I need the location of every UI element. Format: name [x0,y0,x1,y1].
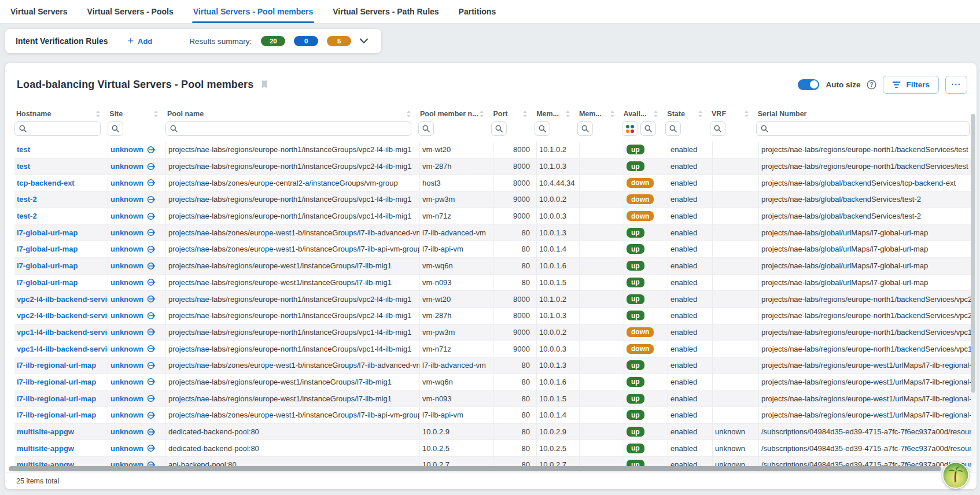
site-link[interactable]: unknown [110,179,156,187]
hostname-link[interactable]: l7-global-url-map [17,278,78,287]
column-header-hostname[interactable]: Hostname [14,106,108,121]
filter-search-button[interactable] [108,121,123,136]
horizontal-scrollbar[interactable] [9,466,970,471]
bookmark-icon[interactable] [260,80,269,90]
sort-icon[interactable] [406,110,411,118]
add-rule-button[interactable]: + Add [127,36,152,46]
horizontal-scrollbar-thumb[interactable] [9,466,941,471]
filter-search-button[interactable] [418,121,434,136]
filter-search-button[interactable] [710,121,725,136]
column-header-port[interactable]: Port [491,106,535,121]
hostname-link[interactable]: test [17,145,30,154]
site-link[interactable]: unknown [110,212,156,220]
help-icon[interactable]: ? [867,80,876,90]
hostname-link[interactable]: vpc2-l4-ilb-backend-service [17,311,108,320]
hostname-link[interactable]: tcp-backend-ext [17,179,75,187]
site-link[interactable]: unknown [110,261,156,270]
hostname-link[interactable]: test-2 [17,212,37,220]
hostname-link[interactable]: l7-global-url-map [17,261,78,270]
serial-filter-input[interactable] [768,125,969,133]
column-header-mem1[interactable]: Mem... [535,106,577,121]
site-link[interactable]: unknown [110,444,156,453]
filter-search-button[interactable] [665,121,681,136]
site-link[interactable]: unknown [110,311,156,320]
auto-size-toggle[interactable] [798,79,819,90]
cell-state: enabled [668,258,713,274]
site-link[interactable]: unknown [110,394,156,403]
site-link[interactable]: unknown [110,278,156,287]
availability-badge: up [627,161,644,171]
chevron-down-icon[interactable] [359,38,371,44]
cell-avail: up [624,374,668,390]
vertical-scrollbar[interactable] [971,114,975,464]
site-link[interactable]: unknown [110,295,156,304]
tab-virtual-servers-pool-members[interactable]: Virtual Servers - Pool members [193,0,314,23]
tab-virtual-servers-pools[interactable]: Virtual Servers - Pools [87,0,174,23]
hostname-link[interactable]: l7-ilb-regional-url-map [17,378,96,386]
hostname-link[interactable]: multisite-appgw [17,427,74,436]
hostname-link[interactable]: l7-ilb-regional-url-map [17,361,96,370]
site-link[interactable]: unknown [110,345,156,353]
tab-virtual-servers[interactable]: Virtual Servers [10,0,68,23]
sort-icon[interactable] [95,110,101,118]
hostname-link[interactable]: vpc2-l4-ilb-backend-service [17,295,108,304]
island-logo-icon[interactable] [942,462,969,489]
cell-mem1: 10.0.0.2 [537,324,580,341]
column-header-pool_member[interactable]: Pool member n... [418,106,491,121]
site-link-icon [147,428,156,436]
filter-search-button[interactable] [535,121,550,136]
hostname-link[interactable]: vpc1-l4-ilb-backend-service [17,345,108,353]
column-header-mem2[interactable]: Mem... [577,106,622,121]
filter-search-button[interactable] [640,121,656,136]
sort-icon[interactable] [744,110,749,118]
hostname-link[interactable]: l7-global-url-map [17,228,78,237]
site-link[interactable]: unknown [110,427,156,436]
cell-site: unknown [108,175,166,191]
cell-vrf [713,158,759,175]
hostname-filter-input[interactable] [27,125,100,133]
summary-badge[interactable]: 20 [261,36,285,46]
column-header-site[interactable]: Site [108,106,165,121]
column-header-avail[interactable]: Avail... [622,106,666,121]
sort-icon[interactable] [522,110,528,118]
availability-filter-dots-icon[interactable] [622,121,638,136]
tab-partitions[interactable]: Partitions [459,0,496,23]
sort-icon[interactable] [698,110,703,118]
filter-search-button[interactable] [491,121,507,136]
hostname-link[interactable]: test-2 [17,195,37,204]
site-link[interactable]: unknown [110,145,156,154]
column-header-state[interactable]: State [665,106,710,121]
site-link[interactable]: unknown [110,378,156,386]
sort-icon[interactable] [479,110,484,118]
sort-icon[interactable] [565,110,570,118]
filter-search-button[interactable] [577,121,593,136]
tab-virtual-servers-path-rules[interactable]: Virtual Servers - Path Rules [333,0,439,23]
cell-mem1: 10.0.1.4 [537,241,580,257]
site-link[interactable]: unknown [110,228,156,237]
site-link[interactable]: unknown [110,411,156,419]
hostname-link[interactable]: l7-ilb-regional-url-map [17,411,96,419]
site-link[interactable]: unknown [110,162,156,171]
column-header-pool_name[interactable]: Pool name [165,106,418,121]
vertical-scrollbar-thumb[interactable] [971,114,975,393]
hostname-link[interactable]: multisite-appgw [17,444,74,453]
filters-button[interactable]: Filters [883,76,939,94]
sort-icon[interactable] [653,110,658,118]
summary-badge[interactable]: 0 [294,36,318,46]
sort-icon[interactable] [153,110,159,118]
site-link[interactable]: unknown [110,328,156,337]
pool_name-filter-input[interactable] [178,125,411,133]
sort-icon[interactable] [610,110,615,118]
hostname-link[interactable]: vpc1-l4-ilb-backend-service [17,328,108,337]
hostname-link[interactable]: test [17,162,30,171]
site-link[interactable]: unknown [110,195,156,204]
availability-badge: down [627,327,654,337]
more-options-button[interactable]: ··· [945,76,967,94]
column-header-serial[interactable]: Serial Number [756,106,977,121]
summary-badge[interactable]: 5 [327,36,351,46]
site-link[interactable]: unknown [110,245,156,253]
hostname-link[interactable]: l7-ilb-regional-url-map [17,394,96,403]
column-header-vrf[interactable]: VRF [710,106,756,121]
site-link[interactable]: unknown [110,361,156,370]
hostname-link[interactable]: l7-global-url-map [17,245,78,253]
